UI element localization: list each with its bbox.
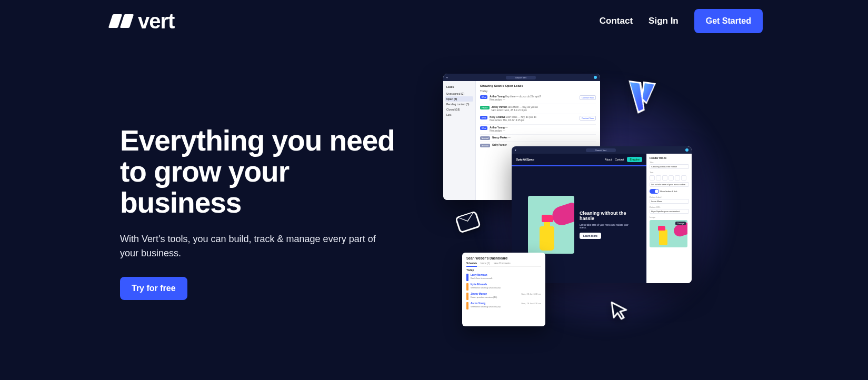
field-value: https://spicknspan.com/contact [650, 209, 689, 214]
dash-row: Kylie EdwardsWeekend tutoring session (1… [466, 282, 541, 292]
preview-title: Cleaning without the hassle [580, 211, 630, 222]
mock-leads-sidebar: Leads Unassigned (2) Open (6) Pending co… [443, 81, 476, 200]
field-value: Learn More [650, 199, 689, 204]
lead-row: Web Kelly Creative Josh Miles — hey, do … [480, 114, 596, 125]
dash-row-time: Mon, 28 Jun 6:30 am [521, 293, 541, 295]
lead-info: Arthur Young —Next action: — [490, 126, 596, 133]
mock-dashboard-card: Sean Weber's Dashboard Schedule Inbox (1… [462, 253, 545, 326]
dash-row: Larry NewmanBook free time consult [466, 273, 541, 282]
dash-title: Sean Weber's Dashboard [466, 256, 541, 260]
spray-image [528, 196, 574, 254]
lead-pill: Manual [480, 136, 490, 140]
dash-row: Aaron YoungWeekend tutoring session (1h)… [466, 301, 541, 311]
dash-tab: New Comments [494, 262, 511, 265]
lead-action: Contact Now [580, 116, 596, 121]
field-label: Text [650, 171, 689, 174]
color-bar [466, 302, 468, 309]
cursor-sticker-icon [610, 299, 631, 324]
preview-enquire: Enquire [627, 157, 642, 162]
nav-signin[interactable]: Sign In [648, 16, 679, 26]
top-nav: Contact Sign In Get Started [600, 9, 763, 33]
envelope-sticker-icon [455, 211, 481, 233]
lead-info: Kelly Creative Josh Miles — hey, do you … [490, 116, 577, 123]
dash-section: Today [466, 268, 541, 272]
lead-action: Contact Now [580, 95, 596, 100]
sidebar-item: Unassigned (2) [445, 91, 473, 96]
sidebar-item: Closed (18) [445, 107, 473, 112]
lead-pill: Web [480, 95, 487, 99]
lead-row: Web Arthur Young —Next action: — [480, 125, 596, 135]
mock-logo-icon: ▾ [515, 148, 516, 152]
sidebar-heading: Leads [445, 84, 473, 89]
sidebar-item: Open (6) [445, 96, 473, 102]
color-bar [466, 293, 468, 300]
logo-text: vert [138, 9, 174, 33]
field-label: Button URL [650, 206, 689, 208]
lead-row: Web Arthur Young Hey there — do you do 2… [480, 94, 596, 104]
mock-logo-icon: ▾ [446, 76, 448, 79]
mock-search: Search Vert [506, 76, 536, 79]
close-icon [594, 76, 597, 79]
lead-row: Manual Nancy Parker — [480, 135, 596, 142]
dash-row-text: Jimmy MurrayExam practice session (1h) [471, 293, 519, 298]
dash-row-time: Mon, 28 Jun 6:30 am [521, 302, 541, 305]
logo[interactable]: vert [111, 9, 174, 33]
builder-inspector: Header Block TitleCleaning without the h… [646, 154, 692, 283]
lead-info: Jenny Parmer Jess Helm — hey, do you doN… [492, 106, 596, 113]
field-value: Let us take care of your mess and reduce… [650, 182, 689, 187]
hero-subtext: With Vert's tools, you can build, track … [120, 232, 388, 262]
field-value: Cleaning without the hassle [650, 164, 689, 169]
color-bar [466, 274, 468, 281]
preview-link: About [605, 158, 612, 161]
field-label: Title [650, 161, 689, 164]
dash-row: Jimmy MurrayExam practice session (1h) M… [466, 292, 541, 301]
dash-row-text: Larry NewmanBook free time consult [471, 274, 539, 279]
preview-link: Contact [615, 158, 624, 161]
leads-section: Today [480, 89, 596, 93]
field-label: Show button & link [660, 190, 677, 193]
hero-illustration: ▾ Search Vert Leads Unassigned (2) Open … [432, 63, 726, 358]
change-badge: Change [675, 222, 686, 225]
hero-headline: Everything you need to grow your busines… [120, 125, 415, 218]
dash-row-text: Kylie EdwardsWeekend tutoring session (1… [471, 283, 539, 289]
get-started-button[interactable]: Get Started [694, 9, 763, 33]
leads-title: Showing Sean's Open Leads [480, 84, 596, 87]
dash-tab: Inbox (1) [481, 262, 490, 265]
v-sticker-icon [618, 75, 661, 119]
dash-tab: Schedule [466, 262, 477, 267]
mock-search: Search Vert [586, 148, 616, 152]
field-label: Button Label [650, 196, 689, 198]
field-label: Image [650, 216, 689, 218]
nav-contact[interactable]: Contact [600, 16, 633, 26]
dash-row-text: Aaron YoungWeekend tutoring session (1h) [471, 302, 519, 308]
lead-pill: Web [480, 116, 487, 119]
preview-brand: SpickNSpan [516, 158, 534, 161]
color-bar [466, 283, 468, 291]
lead-pill: Phone [480, 106, 490, 109]
inspector-heading: Header Block [650, 156, 689, 159]
logo-mark-icon [111, 14, 132, 28]
sidebar-item: Pending contact (3) [445, 102, 473, 107]
lead-info: Arthur Young Hey there — do you do 2 br … [490, 95, 577, 102]
toggle-icon [650, 189, 659, 194]
lead-row: Phone Jenny Parmer Jess Helm — hey, do y… [480, 104, 596, 115]
lead-pill: Web [480, 126, 487, 130]
try-free-button[interactable]: Try for free [120, 277, 187, 300]
sidebar-item: Lost [445, 112, 473, 117]
lead-info: Nancy Parker — [492, 136, 596, 139]
close-icon [685, 148, 689, 152]
preview-learn-more: Learn More [580, 233, 601, 239]
preview-sub: Let us take care of your mess and reduce… [580, 224, 630, 230]
lead-pill: Manual [480, 144, 490, 147]
inspector-thumb: Change [650, 220, 687, 247]
